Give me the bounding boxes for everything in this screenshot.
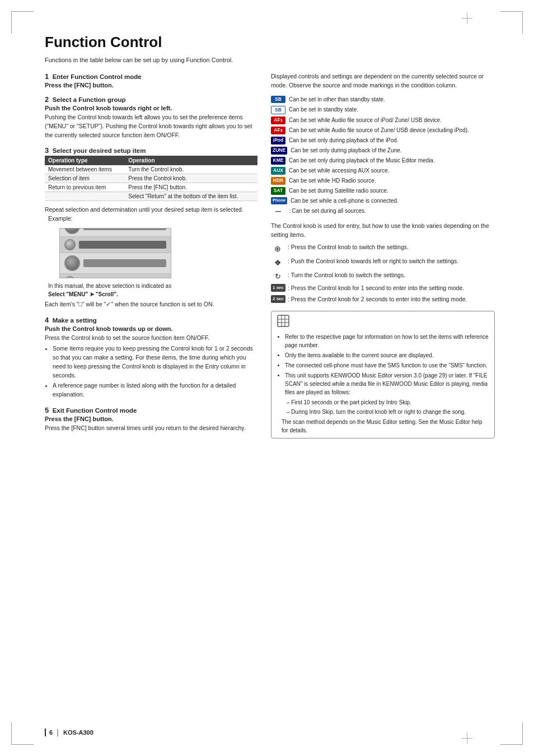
badge-text-sat: Can be set during Satellite radio source… [289, 187, 388, 195]
step-1: 1 Enter Function Control mode Press the … [45, 72, 257, 88]
table-cell-type-2: Selection of item [45, 174, 125, 183]
badge-phone: Phone [271, 197, 287, 204]
step-5-subhead: Press the [FNC] button. [45, 416, 257, 422]
badge-af1: AF₁ [271, 116, 285, 124]
menu-bar-2 [79, 241, 166, 249]
example-image [59, 228, 171, 278]
step-4: 4 Make a setting Push the Control knob t… [45, 316, 257, 399]
control-row-4: 1 sec : Press the Control knob for 1 sec… [271, 284, 495, 293]
step-2-subhead: Push the Control knob towards right or l… [45, 105, 257, 111]
step-4-header: 4 Make a setting [45, 316, 257, 324]
control-row-5: 2 sec : Press the Control knob for 2 sec… [271, 295, 495, 304]
badge-sat: SAT [271, 187, 285, 195]
table-cell-op-1: Turn the Control knob. [125, 165, 257, 174]
2sec-label: 2 sec [271, 295, 285, 303]
step-4-title: Make a setting [53, 317, 97, 324]
badge-row-sb1: SB Can be set in other than standby stat… [271, 96, 495, 104]
note-dash-2: – During Intro Skip, turn the control kn… [277, 408, 489, 416]
badge-row-phone: Phone Can be set while a cell-phone is c… [271, 197, 495, 205]
step-4-bullets: Some items require you to keep pressing … [45, 344, 257, 399]
control-row-2: ❖ : Push the Control knob towards left o… [271, 257, 495, 269]
table-cell-op-2: Press the Control knob. [125, 174, 257, 183]
img-row-4 [60, 274, 171, 278]
step-1-subhead: Press the [FNC] button. [45, 82, 257, 88]
note-dash-1: – First 10 seconds or the part picked by… [277, 398, 489, 407]
step-3-after-table: Repeat selection and determination until… [45, 206, 257, 214]
table-row: Return to previous item Press the [FNC] … [45, 183, 257, 192]
badge-text-zune: Can be set only during playback of the Z… [291, 147, 401, 155]
menu-bar-4 [79, 278, 166, 278]
table-header-type: Operation type [45, 156, 125, 165]
badge-hdr: HDR [271, 177, 285, 185]
step-2-header: 2 Select a Function group [45, 95, 257, 104]
badge-row-af1: AF₁ Can be set while Audio file source o… [271, 116, 495, 124]
img-row-1 [60, 228, 171, 237]
footer-bar [45, 729, 46, 736]
bullet-item-2: A reference page number is listed along … [53, 381, 257, 399]
step-3-each-item: Each item's "□" will be "✓" when the sou… [45, 300, 257, 309]
control-knob-text: The Control knob is used for entry, but … [271, 222, 495, 240]
menu-bar-1 [83, 228, 166, 231]
operation-table: Operation type Operation Movement betwee… [45, 156, 257, 201]
select-label: Select "MENU" ➤ "Scroll". [48, 291, 257, 297]
table-header-operation: Operation [125, 156, 257, 165]
badge-row-dash: — : Can be set during all sources. [271, 207, 495, 216]
badge-text-ipod: Can be set only during playback of the i… [289, 137, 399, 144]
knob-icon-3 [64, 255, 80, 271]
step-5-title: Exit Function Control mode [53, 407, 137, 414]
step-4-subhead: Push the Control knob towards up or down… [45, 325, 257, 332]
footer-page-number: 6 [49, 729, 53, 736]
badge-ipod: iPod [271, 137, 285, 144]
badge-aux: AUX [271, 167, 285, 175]
control-text-2: : Push the Control knob towards left or … [288, 257, 458, 266]
displayed-text: Displayed controls and settings are depe… [271, 72, 495, 90]
step-1-number: 1 [45, 72, 49, 81]
badge-row-aux: AUX Can be set while accessing AUX sourc… [271, 167, 495, 175]
left-column: 1 Enter Function Control mode Press the … [45, 72, 257, 440]
example-label: Example: [48, 215, 73, 222]
step-4-body1: Press the Control knob to set the source… [45, 334, 257, 343]
step-2: 2 Select a Function group Push the Contr… [45, 95, 257, 139]
step-4-number: 4 [45, 316, 49, 324]
knob-icon-4 [64, 276, 76, 278]
badge-row-sat: SAT Can be set during Satellite radio so… [271, 187, 495, 195]
control-text-1: : Press the Control knob to switch the s… [288, 243, 409, 252]
table-cell-type-1: Movement between items [45, 165, 125, 174]
step-2-body: Pushing the Control knob towards left al… [45, 113, 257, 139]
step-1-title: Enter Function Control mode [53, 73, 142, 80]
badge-row-af3: AF₃ Can be set while Audio file source o… [271, 127, 495, 134]
table-cell-type-4 [45, 192, 125, 201]
right-column: Displayed controls and settings are depe… [271, 72, 495, 440]
note-icon [277, 315, 489, 330]
badge-text-hdr: Can be set while HD Radio source. [289, 177, 376, 185]
badge-row-zune: ZUNE Can be set only during playback of … [271, 147, 495, 155]
table-cell-op-4: Select "Return" at the bottom of the ite… [125, 192, 257, 201]
note-list: Refer to the respective page for informa… [277, 333, 489, 396]
badge-row-kme: KME Can be set only during playback of t… [271, 157, 495, 165]
note-box: Refer to the respective page for informa… [271, 311, 495, 438]
badge-text-phone: Can be set while a cell-phone is connect… [291, 197, 399, 205]
note-last: The scan method depends on the Music Edi… [277, 418, 489, 435]
badge-text-sb2: Can be set in standby state. [289, 106, 358, 114]
step-3-title: Select your desired setup item [53, 147, 146, 154]
badge-row-ipod: iPod Can be set only during playback of … [271, 137, 495, 144]
note-item-4: This unit supports KENWOOD Music Editor … [285, 371, 489, 396]
step-2-title: Select a Function group [53, 96, 126, 103]
push-icon: ⊕ [271, 243, 284, 255]
badge-af3: AF₃ [271, 127, 285, 134]
step-3-example-area: Example: [48, 214, 257, 297]
footer-model: KOS-A300 [63, 729, 93, 736]
control-row-3: ↻ : Turn the Control knob to switch the … [271, 271, 495, 282]
control-knob-section: The Control knob is used for entry, but … [271, 222, 495, 304]
note-item-1: Refer to the respective page for informa… [285, 333, 489, 349]
knob-icon-2 [64, 239, 76, 250]
step-5-header: 5 Exit Function Control mode [45, 406, 257, 414]
table-row: Movement between items Turn the Control … [45, 165, 257, 174]
badge-section: SB Can be set in other than standby stat… [271, 96, 495, 217]
control-text-4: : Press the Control knob for 1 second to… [288, 284, 464, 293]
badge-kme: KME [271, 157, 285, 165]
badge-text-aux: Can be set while accessing AUX source. [289, 167, 390, 175]
intro-text: Functions in the table below can be set … [45, 57, 495, 63]
knob-icon-1 [64, 228, 80, 235]
note-item-3: The connected cell-phone must have the S… [285, 361, 489, 370]
